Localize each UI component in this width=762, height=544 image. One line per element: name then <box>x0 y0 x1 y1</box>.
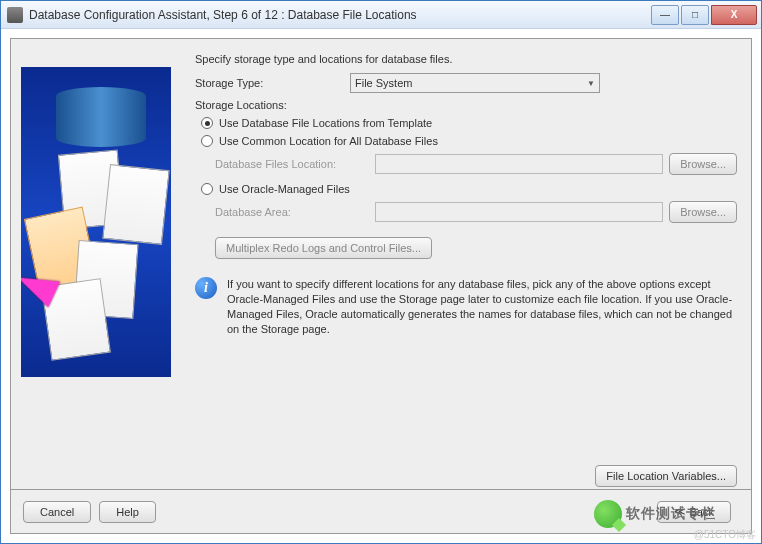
storage-type-select[interactable]: File System <box>350 73 600 93</box>
db-files-location-label: Database Files Location: <box>215 158 375 170</box>
browse-db-area-button[interactable]: Browse... <box>669 201 737 223</box>
content-frame: Specify storage type and locations for d… <box>10 38 752 534</box>
radio-omf-row[interactable]: Use Oracle-Managed Files <box>201 183 737 195</box>
help-button[interactable]: Help <box>99 501 156 523</box>
storage-type-label: Storage Type: <box>195 77 350 89</box>
form-panel: Specify storage type and locations for d… <box>181 49 751 465</box>
db-area-row: Database Area: Browse... <box>215 201 737 223</box>
cancel-button[interactable]: Cancel <box>23 501 91 523</box>
close-button[interactable]: X <box>711 5 757 25</box>
app-icon <box>7 7 23 23</box>
db-files-location-input[interactable] <box>375 154 663 174</box>
location-variables-row: File Location Variables... <box>11 465 751 489</box>
window-title: Database Configuration Assistant, Step 6… <box>29 8 649 22</box>
wechat-icon <box>594 500 622 528</box>
watermark: 软件测试专栏 <box>594 500 716 528</box>
db-files-location-row: Database Files Location: Browse... <box>215 153 737 175</box>
storage-locations-label: Storage Locations: <box>195 99 737 111</box>
storage-type-value: File System <box>355 77 412 89</box>
titlebar: Database Configuration Assistant, Step 6… <box>1 1 761 29</box>
radio-template[interactable] <box>201 117 213 129</box>
db-area-label: Database Area: <box>215 206 375 218</box>
radio-common-label: Use Common Location for All Database Fil… <box>219 135 438 147</box>
content-area: Specify storage type and locations for d… <box>11 39 751 465</box>
footer-tag: @51CTO博客 <box>694 528 756 542</box>
wizard-side-image <box>21 67 171 377</box>
intro-text: Specify storage type and locations for d… <box>195 53 737 65</box>
info-icon: i <box>195 277 217 299</box>
radio-template-label: Use Database File Locations from Templat… <box>219 117 432 129</box>
watermark-text: 软件测试专栏 <box>626 505 716 523</box>
radio-template-row[interactable]: Use Database File Locations from Templat… <box>201 117 737 129</box>
maximize-button[interactable]: □ <box>681 5 709 25</box>
radio-common-row[interactable]: Use Common Location for All Database Fil… <box>201 135 737 147</box>
browse-db-files-button[interactable]: Browse... <box>669 153 737 175</box>
minimize-button[interactable]: — <box>651 5 679 25</box>
database-cylinder-icon <box>56 87 146 147</box>
info-text: If you want to specify different locatio… <box>227 277 737 337</box>
info-box: i If you want to specify different locat… <box>195 277 737 337</box>
db-area-input[interactable] <box>375 202 663 222</box>
radio-omf[interactable] <box>201 183 213 195</box>
window-controls: — □ X <box>649 5 757 25</box>
multiplex-button[interactable]: Multiplex Redo Logs and Control Files... <box>215 237 432 259</box>
radio-omf-label: Use Oracle-Managed Files <box>219 183 350 195</box>
document-icon <box>102 164 170 245</box>
radio-common[interactable] <box>201 135 213 147</box>
storage-type-row: Storage Type: File System <box>195 73 737 93</box>
file-location-variables-button[interactable]: File Location Variables... <box>595 465 737 487</box>
window-frame: Database Configuration Assistant, Step 6… <box>0 0 762 544</box>
